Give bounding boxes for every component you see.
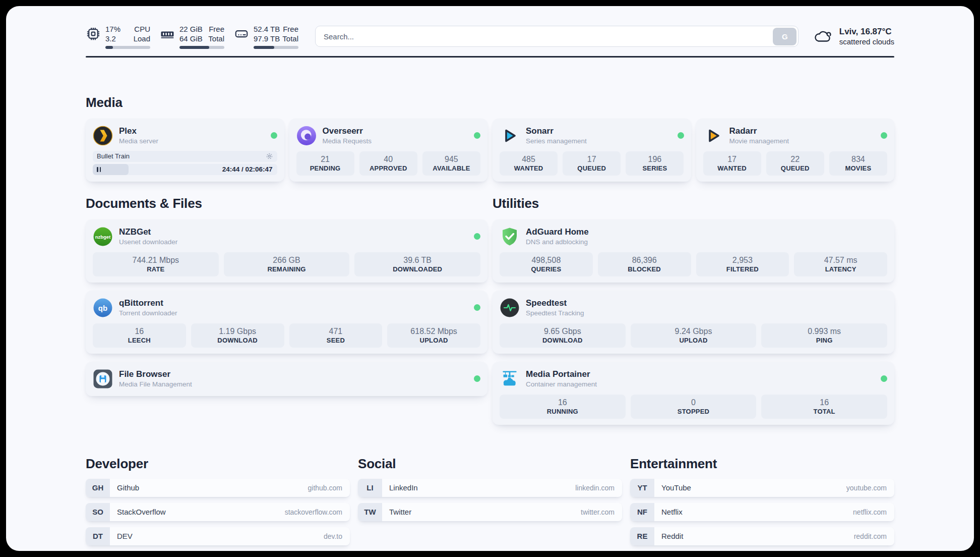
- link-name: Reddit: [661, 532, 683, 540]
- cloud-icon: [814, 29, 833, 44]
- cpu-label: CPU: [134, 24, 150, 34]
- stat-box-seed: 471 SEED: [289, 323, 383, 348]
- link-abbr-badge: GH: [86, 479, 110, 497]
- app-name: Sonarr: [526, 126, 671, 136]
- nzbget-logo-text: nzbget: [95, 234, 111, 239]
- link-row-stackoverflow[interactable]: SO StackOverflow stackoverflow.com: [86, 503, 350, 521]
- stat-box-approved: 40 APPROVED: [359, 151, 417, 176]
- link-row-linkedin[interactable]: LI LinkedIn linkedin.com: [358, 479, 622, 497]
- link-abbr-badge: RE: [630, 527, 654, 545]
- app-subtitle: Series management: [526, 137, 671, 145]
- link-row-github[interactable]: GH Github github.com: [86, 479, 350, 497]
- link-url: github.com: [308, 484, 342, 492]
- ram-free-value: 22 GiB: [179, 24, 203, 34]
- stat-box-filtered: 2,953 FILTERED: [696, 252, 789, 276]
- header-bar: 17% CPU 3.2 Load: [86, 24, 894, 49]
- section-title-social: Social: [358, 456, 622, 472]
- qbittorrent-icon: qb: [93, 298, 113, 318]
- stat-box-wanted: 485 WANTED: [500, 151, 558, 176]
- stat-box-stopped: 0 STOPPED: [631, 395, 757, 419]
- ram-stat-widget: 22 GiB Free 64 GiB Total: [160, 24, 224, 49]
- ram-total-value: 64 GiB: [179, 34, 203, 43]
- stat-box-rate: 744.21 Mbps RATE: [93, 252, 219, 276]
- link-url: stackoverflow.com: [285, 508, 342, 516]
- section-title-entertainment: Entertainment: [630, 456, 894, 472]
- app-card-adguard[interactable]: AdGuard Home DNS and adblocking 498,508 …: [493, 219, 894, 283]
- disk-total-label: Total: [282, 34, 298, 43]
- stat-box-blocked: 86,396 BLOCKED: [598, 252, 691, 276]
- link-row-netflix[interactable]: NF Netflix netflix.com: [630, 503, 894, 521]
- link-abbr-badge: NF: [630, 503, 654, 521]
- stat-box-series: 196 SERIES: [626, 151, 684, 176]
- weather-widget: Lviv, 16.87°C scattered clouds: [814, 26, 894, 46]
- cpu-progress-bar: [105, 46, 150, 49]
- link-url: youtube.com: [846, 484, 887, 492]
- dashboard-panel: 17% CPU 3.2 Load: [6, 6, 974, 551]
- app-name: qBittorrent: [119, 298, 468, 308]
- filebrowser-icon: [93, 369, 113, 389]
- stat-box-pending: 21 PENDING: [296, 151, 354, 176]
- stat-box-queued: 22 QUEUED: [766, 151, 824, 176]
- link-name: Twitter: [389, 508, 411, 516]
- app-card-overseerr[interactable]: Overseerr Media Requests 21 PENDING 40 A…: [289, 119, 488, 182]
- app-subtitle: Media Requests: [323, 137, 468, 145]
- disk-free-value: 52.4 TB: [254, 24, 280, 34]
- app-card-nzbget[interactable]: nzbget NZBGet Usenet downloader 744.21 M…: [86, 219, 487, 283]
- link-abbr-badge: YT: [630, 479, 654, 497]
- app-subtitle: Movie management: [729, 137, 875, 145]
- app-card-portainer[interactable]: Media Portainer Container management 16 …: [493, 362, 894, 425]
- search-engine-button[interactable]: G: [773, 28, 797, 45]
- status-online-dot: [881, 132, 887, 139]
- link-name: StackOverflow: [117, 508, 166, 516]
- stat-box-movies: 834 MOVIES: [829, 151, 887, 176]
- gear-icon[interactable]: [266, 152, 273, 160]
- app-name: Plex: [119, 126, 265, 136]
- link-row-reddit[interactable]: RE Reddit reddit.com: [630, 527, 894, 545]
- app-card-speedtest[interactable]: Speedtest Speedtest Tracking 9.65 Gbps D…: [493, 291, 894, 354]
- app-card-plex[interactable]: Plex Media server Bullet Train 24:44 / 0: [86, 119, 284, 182]
- overseerr-icon: [296, 126, 317, 146]
- system-stats: 17% CPU 3.2 Load: [86, 24, 298, 49]
- link-abbr-badge: DT: [86, 527, 110, 545]
- status-online-dot: [474, 233, 480, 240]
- section-entertainment: Entertainment YT YouTube youtube.com NF …: [630, 456, 894, 545]
- app-card-qbittorrent[interactable]: qb qBittorrent Torrent downloader 16 LEE…: [86, 291, 487, 354]
- link-url: reddit.com: [854, 532, 887, 540]
- header-divider: [86, 56, 894, 58]
- app-name: Speedtest: [526, 298, 887, 308]
- qbittorrent-logo-text: qb: [98, 303, 107, 312]
- search-input[interactable]: [315, 26, 799, 47]
- app-name: Radarr: [729, 126, 875, 136]
- playback-progress-bar[interactable]: 24:44 / 02:06:47: [93, 164, 277, 175]
- pause-icon[interactable]: [97, 167, 101, 172]
- disk-icon: [234, 26, 249, 41]
- stat-box-download: 1.19 Gbps DOWNLOAD: [191, 323, 284, 348]
- speedtest-icon: [500, 298, 520, 318]
- section-developer: Developer GH Github github.com SO StackO…: [86, 456, 350, 545]
- cpu-stat-widget: 17% CPU 3.2 Load: [86, 24, 150, 49]
- stat-box-leech: 16 LEECH: [93, 323, 186, 348]
- link-name: Netflix: [661, 508, 683, 516]
- link-row-dev[interactable]: DT DEV dev.to: [86, 527, 350, 545]
- app-subtitle: DNS and adblocking: [526, 238, 887, 246]
- stat-box-queued: 17 QUEUED: [563, 151, 621, 176]
- app-card-radarr[interactable]: Radarr Movie management 17 WANTED 22 QUE…: [696, 119, 895, 182]
- status-online-dot: [474, 304, 480, 311]
- link-name: LinkedIn: [389, 483, 418, 492]
- link-abbr-badge: TW: [358, 503, 382, 521]
- cpu-load-value: 3.2: [105, 34, 116, 43]
- link-row-youtube[interactable]: YT YouTube youtube.com: [630, 479, 894, 497]
- app-subtitle: Usenet downloader: [119, 238, 468, 246]
- radarr-icon: [703, 126, 723, 146]
- link-abbr-badge: SO: [86, 503, 110, 521]
- disk-total-value: 97.9 TB: [254, 34, 280, 43]
- app-card-filebrowser[interactable]: File Browser Media File Management: [86, 362, 487, 396]
- stat-box-latency: 47.57 ms LATENCY: [794, 252, 887, 276]
- stat-box-running: 16 RUNNING: [500, 395, 626, 419]
- app-card-sonarr[interactable]: Sonarr Series management 485 WANTED 17 Q…: [493, 119, 691, 182]
- app-subtitle: Torrent downloader: [119, 309, 468, 317]
- link-row-twitter[interactable]: TW Twitter twitter.com: [358, 503, 622, 521]
- disk-free-label: Free: [283, 24, 298, 34]
- link-url: dev.to: [324, 532, 342, 540]
- section-social: Social LI LinkedIn linkedin.com TW Twitt…: [358, 456, 622, 521]
